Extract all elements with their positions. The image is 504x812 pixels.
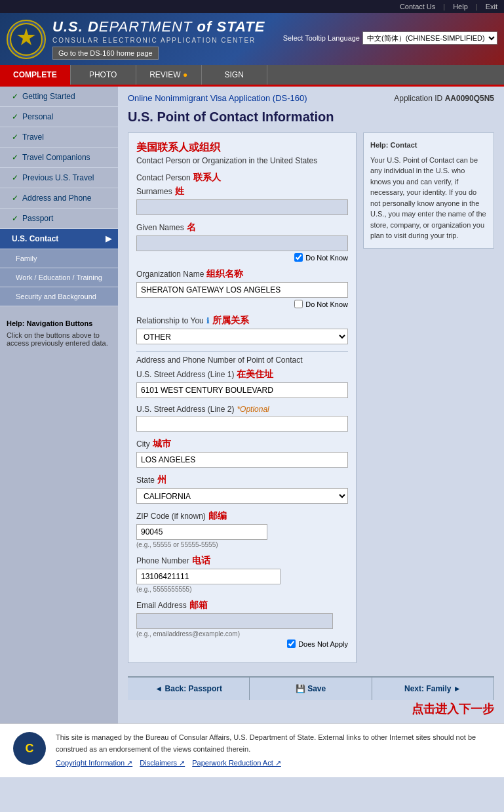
sidebar-item-work-education[interactable]: Work / Education / Training xyxy=(0,268,118,287)
sidebar-item-family[interactable]: Family xyxy=(0,249,118,268)
address-section-title: Address and Phone Number of Point of Con… xyxy=(136,351,348,365)
email-hint: (e.g., emailaddress@example.com) xyxy=(136,630,348,638)
org-name-group: Organization Name 组织名称 Do Not Know xyxy=(136,268,348,308)
email-input[interactable] xyxy=(136,613,333,629)
relationship-group: Relationship to You ℹ 所属关系 OTHERFRIENDRE… xyxy=(136,315,348,344)
header-right: Select Tooltip Language 中文(简体）(CHINESE-S… xyxy=(283,31,497,47)
does-not-apply-checkbox[interactable] xyxy=(287,639,296,648)
header-text: U.S. DEPARTMENT of STATE CONSULAR ELECTR… xyxy=(52,18,265,60)
org-do-not-know-row: Do Not Know xyxy=(136,300,348,308)
do-not-know-label: Do Not Know xyxy=(305,254,348,262)
sidebar-item-travel-companions[interactable]: ✓ Travel Companions xyxy=(0,148,118,168)
sidebar-item-getting-started[interactable]: ✓ Getting Started xyxy=(0,87,118,107)
exit-link[interactable]: Exit xyxy=(486,3,497,10)
city-label: City 城市 xyxy=(136,438,348,450)
sidebar-item-us-contact[interactable]: U.S. Contact ▶ xyxy=(0,229,118,249)
help-text: Your U.S. Point of Contact can be any in… xyxy=(370,155,487,241)
zip-hint: (e.g., 55555 or 55555-5555) xyxy=(136,541,348,548)
sidebar: ✓ Getting Started ✓ Personal ✓ Travel ✓ … xyxy=(0,87,118,723)
zip-label: ZIP Code (if known) 邮编 xyxy=(136,510,348,522)
page-title: U.S. Point of Contact Information xyxy=(128,110,494,125)
review-dot: ● xyxy=(183,70,187,79)
tab-complete[interactable]: COMPLETE xyxy=(0,65,71,85)
surnames-input[interactable] xyxy=(136,199,348,215)
surnames-label: Surnames 姓 xyxy=(136,186,348,197)
contact-person-group: Contact Person 联系人 Surnames 姓 xyxy=(136,172,348,262)
footer-links: Copyright Information ↗ Disclaimers ↗ Pa… xyxy=(56,758,491,769)
logo xyxy=(7,20,46,59)
zip-group: ZIP Code (if known) 邮编 (e.g., 55555 or 5… xyxy=(136,510,348,548)
sidebar-item-passport[interactable]: ✓ Passport xyxy=(0,209,118,229)
given-names-group: Given Names 名 Do Not Know xyxy=(136,222,348,262)
save-button[interactable]: 💾 Save xyxy=(250,678,372,700)
do-not-know-row: Do Not Know xyxy=(136,253,348,262)
phone-hint: (e.g., 5555555555) xyxy=(136,586,348,593)
content-area: Online Nonimmigrant Visa Application (DS… xyxy=(118,87,504,723)
footer: C This site is managed by the Bureau of … xyxy=(0,723,504,777)
given-names-input[interactable] xyxy=(136,235,348,251)
next-button[interactable]: Next: Family ► xyxy=(372,678,494,700)
tooltip-language-selector[interactable]: Select Tooltip Language 中文(简体）(CHINESE-S… xyxy=(283,31,497,45)
help-title: Help: Contact xyxy=(370,141,417,149)
sidebar-item-personal[interactable]: ✓ Personal xyxy=(0,107,118,127)
contact-person-label: Contact Person 联系人 xyxy=(136,172,348,184)
street1-label: U.S. Street Address (Line 1) 在美住址 xyxy=(136,369,348,380)
city-input[interactable] xyxy=(136,452,348,468)
contact-panel: 美国联系人或组织 Contact Person or Organization … xyxy=(128,132,357,663)
section-header-cn: 美国联系人或组织 xyxy=(136,141,348,155)
does-not-apply-label: Does Not Apply xyxy=(298,640,348,648)
street2-input[interactable] xyxy=(136,416,348,432)
application-id: Application ID AA0090Q5N5 xyxy=(394,94,494,103)
sidebar-item-travel[interactable]: ✓ Travel xyxy=(0,127,118,148)
footer-logo: C xyxy=(13,732,46,765)
does-not-apply-row: Does Not Apply xyxy=(136,639,348,648)
next-hint-cn: 点击进入下一步 xyxy=(412,702,494,716)
phone-group: Phone Number 电话 (e.g., 5555555555) xyxy=(136,555,348,593)
check-icon: ✓ xyxy=(12,214,18,223)
street2-group: U.S. Street Address (Line 2) *Optional xyxy=(136,405,348,432)
disclaimers-link[interactable]: Disclaimers ↗ xyxy=(140,759,185,767)
email-group: Email Address 邮箱 (e.g., emailaddress@exa… xyxy=(136,599,348,648)
state-group: State 州 CALIFORNIANEW YORKTEXASFLORIDA xyxy=(136,474,348,504)
copyright-link[interactable]: Copyright Information ↗ xyxy=(56,759,132,767)
header: U.S. DEPARTMENT of STATE CONSULAR ELECTR… xyxy=(0,13,504,65)
home-link[interactable]: Go to the DS-160 home page xyxy=(52,47,159,60)
street2-label: U.S. Street Address (Line 2) *Optional xyxy=(136,405,348,414)
do-not-know-checkbox[interactable] xyxy=(294,253,303,262)
phone-input[interactable] xyxy=(136,569,281,584)
sidebar-item-previous-travel[interactable]: ✓ Previous U.S. Travel xyxy=(0,168,118,188)
sidebar-item-address-phone[interactable]: ✓ Address and Phone xyxy=(0,188,118,209)
tab-sign[interactable]: SIGN xyxy=(202,65,267,85)
check-icon: ✓ xyxy=(12,92,18,101)
check-icon: ✓ xyxy=(12,153,18,162)
state-select[interactable]: CALIFORNIANEW YORKTEXASFLORIDA xyxy=(136,488,348,504)
given-names-label: Given Names 名 xyxy=(136,222,348,233)
help-link[interactable]: Help xyxy=(453,3,468,10)
surnames-group: Surnames 姓 xyxy=(136,186,348,215)
sidebar-item-security[interactable]: Security and Background xyxy=(0,287,118,306)
bottom-nav: ◄ Back: Passport 💾 Save Next: Family ► xyxy=(128,676,494,700)
contact-us-link[interactable]: Contact Us xyxy=(400,3,435,10)
relationship-label: Relationship to You ℹ 所属关系 xyxy=(136,315,348,327)
city-group: City 城市 xyxy=(136,438,348,468)
form-column: 美国联系人或组织 Contact Person or Organization … xyxy=(128,132,357,670)
zip-input[interactable] xyxy=(136,524,267,540)
email-label: Email Address 邮箱 xyxy=(136,599,348,611)
relationship-select[interactable]: OTHERFRIENDRELATIVEEMPLOYERHOTEL xyxy=(136,329,348,344)
form-help-row: 美国联系人或组织 Contact Person or Organization … xyxy=(128,132,494,670)
tab-photo[interactable]: PHOTO xyxy=(71,65,136,85)
org-name-input[interactable] xyxy=(136,282,348,298)
main-container: ✓ Getting Started ✓ Personal ✓ Travel ✓ … xyxy=(0,87,504,723)
footer-text: This site is managed by the Bureau of Co… xyxy=(56,732,491,769)
tab-review[interactable]: REVIEW ● xyxy=(136,65,202,85)
street1-group: U.S. Street Address (Line 1) 在美住址 xyxy=(136,369,348,398)
check-icon: ✓ xyxy=(12,132,18,142)
sidebar-help: Help: Navigation Buttons Click on the bu… xyxy=(0,313,118,354)
app-id-bar: Online Nonimmigrant Visa Application (DS… xyxy=(128,93,494,103)
street1-input[interactable] xyxy=(136,382,348,398)
org-do-not-know-checkbox[interactable] xyxy=(294,300,303,308)
paperwork-link[interactable]: Paperwork Reduction Act ↗ xyxy=(192,759,281,767)
phone-label: Phone Number 电话 xyxy=(136,555,348,567)
back-button[interactable]: ◄ Back: Passport xyxy=(128,678,250,700)
language-select[interactable]: 中文(简体）(CHINESE-SIMPLIFIED) xyxy=(362,31,497,45)
